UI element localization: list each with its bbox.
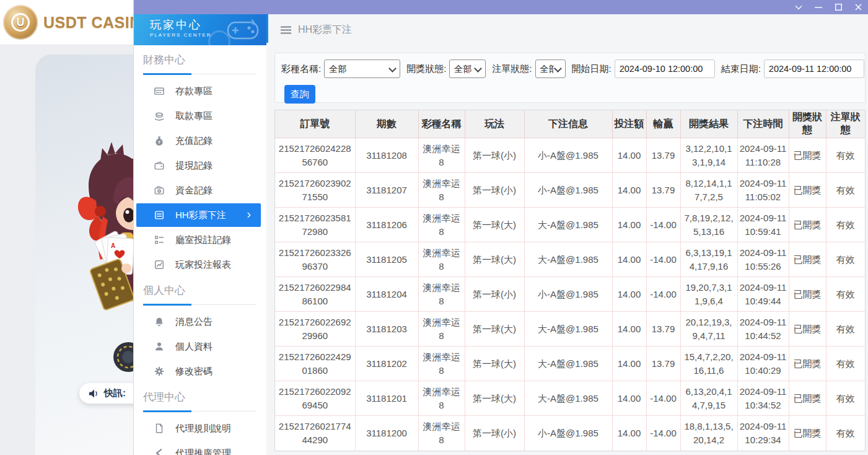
table-cell: 31181203 <box>355 312 418 347</box>
maximize-button[interactable] <box>828 0 848 14</box>
sidebar-item-agent-rules[interactable]: 代理規則說明 <box>133 416 266 441</box>
table-cell: 第一球(小) <box>465 416 524 451</box>
wallet-icon <box>154 160 165 171</box>
user-icon <box>154 341 165 352</box>
lottery-name-select[interactable]: 全部 <box>324 60 400 78</box>
table-row: 215217260235817298031181206澳洲幸运8第一球(大)大-… <box>275 208 865 242</box>
table-cell: 有效 <box>826 173 865 208</box>
end-date-label: 結束日期: <box>721 63 761 75</box>
sidebar-item-label: 消息公告 <box>175 316 213 328</box>
sidebar-item-agent-promotion[interactable]: 代理推廣管理 <box>133 441 266 455</box>
table-cell: 澳洲幸运8 <box>418 312 465 347</box>
table-cell: 已開獎 <box>789 242 826 277</box>
table-cell: 14.00 <box>612 312 646 347</box>
sidebar-section-header: 財務中心 <box>133 46 266 79</box>
table-cell: 有效 <box>826 347 865 381</box>
close-button[interactable] <box>848 0 868 14</box>
chevron-down-button[interactable] <box>789 0 809 14</box>
table-cell: 小-A盤@1.985 <box>524 138 612 173</box>
table-cell: 31181208 <box>355 138 418 173</box>
table-cell: 2024-09-11 10:40:29 <box>737 347 789 381</box>
svg-text:A: A <box>111 242 115 249</box>
filter-panel: 彩種名稱: 全部 開獎狀態: 全部 注單狀態: 全部 <box>274 53 866 103</box>
table-cell: 澳洲幸运8 <box>418 347 465 381</box>
sidebar-item-personal-profile[interactable]: 個人資料 <box>133 334 266 359</box>
table-cell: 第一球(小) <box>465 277 524 312</box>
table-header-cell: 下注時間 <box>737 110 789 138</box>
table-row: 215217260233269637031181205澳洲幸运8第一球(大)大-… <box>275 242 865 277</box>
speaker-icon <box>89 389 99 399</box>
table-cell: 2152172602177444290 <box>275 416 355 451</box>
news-ticker-label: 快訊: <box>104 387 126 399</box>
sidebar-header: 玩家中心 PLAYERS CENTER <box>133 14 266 45</box>
table-header-cell: 投注額 <box>612 110 646 138</box>
table-cell: 第一球(大) <box>465 242 524 277</box>
table-cell: 已開獎 <box>789 208 826 242</box>
table-cell: 澳洲幸运8 <box>418 381 465 416</box>
table-row: 215217260217744429031181200澳洲幸运8第一球(小)小-… <box>275 416 865 451</box>
table-cell: 2152172602242901860 <box>275 347 355 381</box>
table-cell: 14.00 <box>612 242 646 277</box>
table-cell: 2024-09-11 10:44:52 <box>737 312 789 347</box>
lottery-name-label: 彩種名稱: <box>281 63 321 75</box>
sidebar-section-label: 個人中心 <box>143 283 256 298</box>
table-cell: 31181201 <box>355 381 418 416</box>
minimize-icon <box>815 4 822 11</box>
table-cell: 小-A盤@1.985 <box>524 416 612 451</box>
sidebar-section-label: 代理中心 <box>143 390 256 404</box>
table-cell: 澳洲幸运8 <box>418 173 465 208</box>
table-cell: 31181204 <box>355 277 418 312</box>
table-cell: 13.79 <box>646 347 680 381</box>
sidebar-item-recharge-record[interactable]: 充值記錄 <box>133 128 266 153</box>
table-cell: -14.00 <box>646 208 680 242</box>
draw-status-label: 開獎狀態: <box>406 63 446 75</box>
table-cell: 14.00 <box>612 138 646 173</box>
table-cell: 已開獎 <box>789 347 826 381</box>
brand-logo-text: USDT CASINO <box>43 14 134 32</box>
table-cell: 澳洲幸运8 <box>418 416 465 451</box>
bets-table-panel: 訂單號期數彩種名稱玩法下注信息投注額輸贏開獎結果下注時間開獎狀態注單狀態 215… <box>274 110 866 451</box>
table-cell: 第一球(小) <box>465 138 524 173</box>
end-date-input[interactable] <box>764 60 864 78</box>
sidebar-item-room-bet-record[interactable]: 廳室投註記錄 <box>133 228 266 252</box>
table-cell: 大-A盤@1.985 <box>524 242 612 277</box>
sidebar-item-change-password[interactable]: 修改密碼 <box>133 359 266 384</box>
sidebar-item-hh-lottery-bet[interactable]: HH彩票下注 <box>136 203 261 227</box>
table-cell: 已開獎 <box>789 312 826 347</box>
sidebar-item-label: 提現記錄 <box>175 160 213 172</box>
search-button[interactable]: 查詢 <box>284 85 315 104</box>
sidebar-item-withdraw-zone[interactable]: 取款專區 <box>133 104 266 128</box>
sidebar-item-label: HH彩票下注 <box>175 210 226 221</box>
draw-status-select[interactable]: 全部 <box>449 60 486 78</box>
table-cell: 澳洲幸运8 <box>418 208 465 242</box>
sidebar-item-withdraw-record[interactable]: 提現記錄 <box>133 153 266 178</box>
table-header-cell: 訂單號 <box>275 110 355 138</box>
sidebar-item-news-announcement[interactable]: 消息公告 <box>133 309 266 334</box>
table-cell: 已開獎 <box>789 138 826 173</box>
report-icon <box>154 259 165 270</box>
section-underline <box>143 73 256 75</box>
table-cell: 2024-09-11 10:34:52 <box>737 381 789 416</box>
table-cell: 第一球(大) <box>465 347 524 381</box>
order-status-select[interactable]: 全部 <box>535 60 566 78</box>
table-cell: 6,3,13,19,14,17,9,16 <box>680 242 737 277</box>
table-header-cell: 開獎結果 <box>680 110 737 138</box>
sidebar: 玩家中心 PLAYERS CENTER 財務中心存款專區取款專區充值記錄提現記錄… <box>133 14 266 455</box>
app-window: U USDT CASINO A <box>0 0 868 455</box>
table-cell: 有效 <box>826 242 865 277</box>
table-cell: 2152172602422856760 <box>275 138 355 173</box>
table-row: 215217260229848610031181204澳洲幸运8第一球(小)小-… <box>275 277 865 312</box>
hamburger-menu-icon[interactable] <box>281 26 291 34</box>
brand-header: U USDT CASINO <box>0 0 133 45</box>
table-cell: 2152172602332696370 <box>275 242 355 277</box>
sidebar-item-funds-record[interactable]: 資金記錄 <box>133 178 266 203</box>
table-cell: 2152172602298486100 <box>275 277 355 312</box>
sidebar-item-player-bet-report[interactable]: 玩家投注報表 <box>133 252 266 277</box>
maximize-icon <box>835 4 842 11</box>
share-icon <box>154 448 165 455</box>
moneybag-icon <box>154 135 165 146</box>
sidebar-item-deposit-zone[interactable]: 存款專區 <box>133 79 266 104</box>
close-icon <box>855 4 862 11</box>
minimize-button[interactable] <box>809 0 828 14</box>
start-date-input[interactable] <box>615 60 715 78</box>
